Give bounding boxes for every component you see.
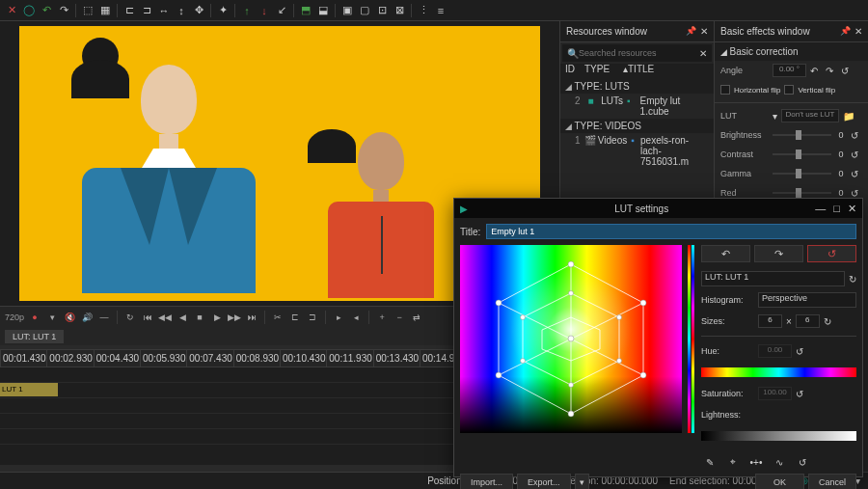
ungroup-icon[interactable]: ▢	[357, 3, 372, 18]
align-right-icon[interactable]: ⊐	[139, 3, 154, 18]
select-icon[interactable]: ⬚	[80, 3, 95, 18]
sat-input[interactable]: 100.00	[758, 387, 792, 400]
play-icon[interactable]: ▶	[210, 311, 224, 324]
size1-input[interactable]: 6	[758, 314, 782, 328]
add-point-icon[interactable]: •+•	[747, 454, 765, 470]
refresh-icon[interactable]: ↻	[824, 316, 831, 327]
redo-icon[interactable]: ↷	[56, 3, 71, 18]
menu-icon[interactable]: ≡	[433, 3, 448, 18]
mark-out-icon[interactable]: ◂	[349, 311, 363, 324]
lightness-gradient[interactable]	[701, 431, 856, 441]
zoom-out-icon[interactable]: −	[393, 311, 406, 324]
chevron-down-icon[interactable]: ▾	[773, 111, 777, 122]
cancel-button[interactable]: Cancel	[808, 474, 856, 489]
close-panel-icon[interactable]: ✕	[854, 26, 862, 37]
prev-frame-icon[interactable]: ◀◀	[158, 311, 172, 324]
link-icon[interactable]: ⇄	[410, 311, 423, 324]
size2-input[interactable]: 6	[796, 314, 820, 328]
curve-icon[interactable]: ∿	[771, 454, 788, 470]
reset-icon[interactable]: ↺	[851, 188, 862, 199]
undo-icon[interactable]: ↶	[39, 3, 54, 18]
eyedropper-icon[interactable]: ✎	[701, 454, 719, 470]
mark-in-icon[interactable]: ▸	[332, 311, 345, 324]
delete-icon[interactable]: ✕	[4, 3, 19, 18]
layer-top-icon[interactable]: ⬒	[298, 3, 313, 18]
box1-icon[interactable]: ⊡	[374, 3, 390, 18]
clear-search-icon[interactable]: ✕	[699, 48, 707, 59]
record-icon[interactable]: ●	[28, 311, 41, 324]
box2-icon[interactable]: ⊠	[392, 3, 407, 18]
slider[interactable]	[773, 134, 831, 136]
arrow-up-icon[interactable]: ↑	[239, 3, 255, 18]
loop-icon[interactable]: ↻	[123, 311, 137, 324]
histogram-select[interactable]: Perspective	[758, 292, 856, 308]
split-right-icon[interactable]: ⊐	[306, 311, 319, 324]
pin-icon[interactable]: 📌	[686, 26, 696, 37]
hue-bars[interactable]	[688, 245, 695, 433]
reset-icon[interactable]: ↺	[851, 169, 862, 179]
reset-icon[interactable]: ↺	[794, 454, 811, 470]
section-header[interactable]: ◢ Basic correction	[715, 42, 868, 61]
arrow-down-icon[interactable]: ↓	[257, 3, 272, 18]
angle-input[interactable]: 0.00 °	[773, 64, 806, 77]
redo-button[interactable]: ↷	[754, 245, 803, 262]
speed-icon[interactable]: —	[97, 311, 111, 324]
arrow-diag-icon[interactable]: ↙	[274, 3, 289, 18]
maximize-icon[interactable]: □	[833, 203, 840, 215]
export-button[interactable]: Export...	[517, 474, 571, 489]
zoom-in-icon[interactable]: +	[375, 311, 389, 324]
slider[interactable]	[773, 153, 831, 155]
reset-icon[interactable]: ↺	[851, 149, 862, 160]
slider[interactable]	[773, 173, 831, 175]
picker-icon[interactable]: ⌖	[724, 454, 742, 470]
group-icon[interactable]: ▣	[339, 3, 355, 18]
reset-button[interactable]: ↺	[807, 245, 856, 262]
align-v-icon[interactable]: ↕	[174, 3, 189, 18]
lut-clip[interactable]: LUT 1	[0, 383, 58, 396]
hue-input[interactable]: 0.00	[758, 344, 792, 358]
cut-icon[interactable]: ✂	[271, 311, 285, 324]
rotate-cw-icon[interactable]: ↷	[826, 66, 837, 76]
reset-icon[interactable]: ↺	[851, 130, 862, 141]
align-h-icon[interactable]: ↔	[156, 3, 172, 18]
refresh-icon[interactable]: ↻	[849, 274, 856, 285]
next-frame-icon[interactable]: ▶▶	[228, 311, 241, 324]
close-icon[interactable]: ✕	[848, 203, 856, 215]
color-cube-editor[interactable]	[460, 245, 682, 433]
mute-icon[interactable]: 🔇	[63, 311, 76, 324]
stop-icon[interactable]: ■	[193, 311, 206, 324]
slider[interactable]	[773, 192, 831, 194]
marker-icon[interactable]: ▾	[45, 311, 59, 324]
reset-icon[interactable]: ↺	[796, 389, 803, 399]
search-input[interactable]	[579, 48, 699, 58]
lut-select[interactable]: LUT: LUT 1	[701, 271, 845, 286]
layer-bot-icon[interactable]: ⬓	[315, 3, 331, 18]
resource-item[interactable]: 1 🎬 Videos ▪ pexels-ron-lach-7516031.m	[560, 133, 714, 169]
split-left-icon[interactable]: ⊏	[288, 311, 302, 324]
undo-button[interactable]: ↶	[701, 245, 750, 262]
hflip-checkbox[interactable]	[720, 85, 730, 95]
resource-group-videos[interactable]: ◢ TYPE: VIDEOS	[560, 119, 714, 133]
minimize-icon[interactable]: —	[815, 203, 826, 215]
circle-tool-icon[interactable]: ◯	[21, 3, 37, 18]
pin-icon[interactable]: 📌	[840, 26, 851, 37]
resource-item[interactable]: 2 ■ LUTs ▪ Empty lut 1.cube	[560, 94, 714, 119]
timeline-tab[interactable]: LUT: LUT 1	[5, 330, 64, 343]
play-back-icon[interactable]: ◀	[176, 311, 189, 324]
resource-group-luts[interactable]: ◢ TYPE: LUTS	[560, 79, 714, 94]
close-panel-icon[interactable]: ✕	[700, 26, 708, 37]
lut-title-input[interactable]	[486, 224, 856, 239]
move-icon[interactable]: ✥	[191, 3, 206, 18]
skip-end-icon[interactable]: ⏭	[245, 311, 258, 324]
vflip-checkbox[interactable]	[784, 85, 794, 95]
resolution-label[interactable]: 720p	[5, 312, 24, 322]
volume-icon[interactable]: 🔊	[80, 311, 94, 324]
more-icon[interactable]: ⋮	[416, 3, 431, 18]
reset-icon[interactable]: ↺	[796, 346, 803, 357]
reset-icon[interactable]: ↺	[841, 66, 853, 76]
crosshair-icon[interactable]: ✦	[215, 3, 231, 18]
align-left-icon[interactable]: ⊏	[122, 3, 137, 18]
lut-select[interactable]: Don't use LUT	[781, 109, 839, 122]
export-menu-icon[interactable]: ▾	[575, 474, 589, 489]
grid-icon[interactable]: ▦	[97, 3, 113, 18]
